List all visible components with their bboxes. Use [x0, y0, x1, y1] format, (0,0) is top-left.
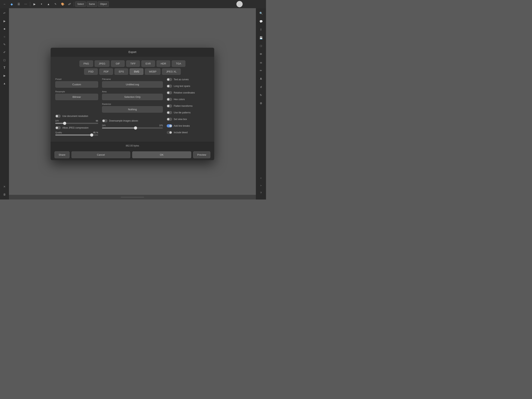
format-eps[interactable]: EPS: [114, 68, 128, 75]
node-edit-tool[interactable]: ■: [1, 25, 8, 32]
more-button[interactable]: ⋯: [23, 1, 29, 7]
brush-tool[interactable]: ○: [1, 33, 8, 40]
paint-tool[interactable]: 🎨: [59, 1, 66, 7]
allow-jpeg-toggle[interactable]: [55, 126, 61, 129]
downsample-toggle[interactable]: [102, 119, 108, 122]
dialog-overlay: Export PNG JPEG GIF TIFF EXR HDR TGA PSD…: [9, 8, 256, 200]
right-search2-btn[interactable]: ☌: [257, 83, 265, 90]
rasterize-select[interactable]: Nothing: [102, 106, 163, 113]
allow-jpeg-row: Allow JPEG compression: [55, 126, 98, 129]
toggle-line-breaks[interactable]: [167, 124, 172, 127]
toggle-row-7: Add line breaks: [167, 124, 209, 127]
format-exr[interactable]: EXR: [141, 60, 155, 67]
toggle-row-2: Relative coordinates: [167, 91, 209, 94]
right-settings-btn[interactable]: ⚙: [257, 100, 265, 107]
toggle-label-4: Flatten transforms: [174, 105, 193, 107]
cancel-button[interactable]: Cancel: [71, 151, 130, 158]
dpi-slider-left[interactable]: [55, 123, 98, 124]
move-tool[interactable]: ▶: [1, 18, 8, 25]
format-jpeg-xl[interactable]: JPEG XL: [162, 68, 181, 75]
dialog-title: Export: [128, 51, 136, 54]
right-layers-btn[interactable]: ⚆: [257, 42, 265, 50]
use-doc-res-label: Use document resolution: [62, 115, 88, 117]
toggle-row-8: Include bleed: [167, 131, 209, 134]
allow-jpeg-label: Allow JPEG compression: [62, 126, 89, 129]
right-share-btn[interactable]: ⇧: [257, 26, 265, 33]
hamburger-button[interactable]: ☰: [16, 1, 22, 7]
right-export-btn[interactable]: 💾: [257, 34, 265, 41]
delete-icon-left[interactable]: 🗑: [1, 191, 8, 198]
right-help-btn[interactable]: ?: [257, 189, 265, 196]
toggle-relative-coords[interactable]: [167, 91, 172, 94]
area-label: Area: [102, 90, 163, 93]
share-button[interactable]: Share: [55, 151, 70, 158]
format-jpeg[interactable]: JPEG: [95, 60, 109, 67]
toggle-label-3: Hex colors: [174, 98, 185, 101]
format-webp[interactable]: WEBP: [145, 68, 160, 75]
right-search-btn[interactable]: 🔍: [257, 10, 265, 17]
right-symbol-btn[interactable]: ✏: [257, 67, 265, 74]
right-chat-btn[interactable]: 💬: [257, 18, 265, 25]
node-tool[interactable]: ✦: [38, 1, 44, 7]
use-doc-res-toggle[interactable]: [55, 115, 61, 118]
toggle-label-7: Add line breaks: [174, 124, 190, 127]
pen-tool[interactable]: ✎: [52, 1, 59, 7]
toggle-hex-colors[interactable]: [167, 98, 172, 101]
ok-button[interactable]: OK: [132, 151, 191, 158]
quality-value: 85 %: [93, 131, 98, 134]
preview-button[interactable]: Preview: [193, 151, 210, 158]
filename-input[interactable]: Untitled.svg: [102, 81, 163, 88]
fill-tool[interactable]: ▲: [1, 80, 8, 87]
dpi-label-left: DPI: [55, 120, 59, 122]
quality-label: Quality: [55, 131, 62, 134]
toggle-view-box[interactable]: [167, 118, 172, 121]
dpi-slider-right[interactable]: [102, 127, 163, 129]
close-icon-left[interactable]: ✕: [1, 183, 8, 190]
downsample-label: Downsample images above:: [109, 119, 139, 122]
text-tool[interactable]: T: [1, 64, 8, 71]
format-pdf[interactable]: PDF: [99, 68, 113, 75]
right-grid-btn[interactable]: ⚌: [257, 59, 265, 66]
filename-label: Filename: [102, 78, 163, 80]
toggle-tile-patterns[interactable]: [167, 111, 172, 114]
zoom-tool[interactable]: ☍: [66, 1, 73, 7]
dialog-body: PNG JPEG GIF TIFF EXR HDR TGA PSD PDF EP…: [51, 57, 214, 142]
format-gif[interactable]: GIF: [111, 60, 125, 67]
right-down-btn[interactable]: >: [257, 182, 265, 189]
back-button[interactable]: ←: [1, 1, 8, 7]
right-text-btn[interactable]: A: [257, 75, 265, 82]
format-psd[interactable]: PSD: [84, 68, 98, 75]
downsample-row: Downsample images above:: [102, 119, 163, 122]
app-icon[interactable]: ◆: [9, 1, 15, 7]
right-up-btn[interactable]: <: [257, 174, 265, 182]
same-text-btn[interactable]: Same: [87, 1, 97, 7]
toggle-text-curves[interactable]: [167, 78, 172, 81]
format-tiff[interactable]: TIFF: [126, 60, 140, 67]
dpi-row-left: DPI 96: [55, 120, 98, 122]
shape-tool-left[interactable]: ◻: [1, 57, 8, 64]
select-tool[interactable]: ▶: [31, 1, 38, 7]
format-svg[interactable]: SVG: [130, 68, 143, 75]
right-eye-btn[interactable]: 👁: [257, 51, 265, 58]
format-png[interactable]: PNG: [79, 60, 93, 67]
cursor-tool[interactable]: ↶: [1, 10, 8, 17]
shape-tool[interactable]: ▲: [45, 1, 52, 7]
pen-tool-left[interactable]: ✐: [1, 49, 8, 56]
toggle-label-2: Relative coordinates: [174, 91, 195, 94]
eyedrop-tool[interactable]: ▶: [1, 72, 8, 79]
select-text-btn[interactable]: Select: [75, 1, 86, 7]
area-select[interactable]: Selection Only: [102, 94, 163, 100]
toggle-include-bleed[interactable]: [167, 131, 172, 134]
format-tga[interactable]: TGA: [172, 60, 185, 67]
right-rotate-btn[interactable]: ↻: [257, 91, 265, 99]
toolbar: ← ◆ ☰ ⋯ ▶ ✦ ▲ ✎ 🎨 ☍ Select Same Object: [0, 0, 266, 8]
preset-group: Preset Custom: [55, 78, 98, 88]
toggle-long-text[interactable]: [167, 84, 172, 88]
toggle-flatten[interactable]: [167, 104, 172, 108]
format-hdr[interactable]: HDR: [157, 60, 170, 67]
pencil-tool[interactable]: ✎: [1, 41, 8, 48]
preset-select[interactable]: Custom: [55, 81, 98, 88]
quality-slider[interactable]: [55, 135, 98, 135]
resample-select[interactable]: Bilinear: [55, 94, 98, 100]
object-text-btn[interactable]: Object: [98, 1, 109, 7]
